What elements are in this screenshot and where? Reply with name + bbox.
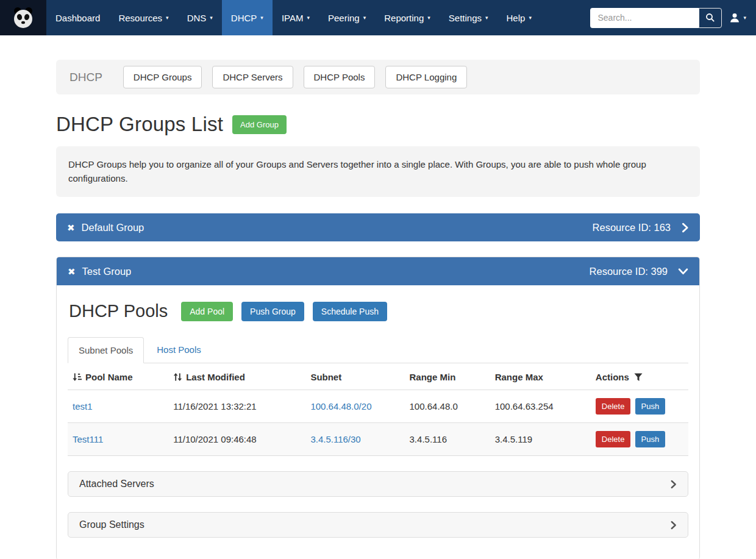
caret-down-icon: ▾ [485, 15, 488, 21]
group-body: DHCP Pools Add Pool Push Group Schedule … [57, 285, 699, 559]
resource-id-label: Resource ID: 163 [593, 222, 671, 233]
filter-icon[interactable] [634, 373, 643, 382]
search-group [590, 8, 722, 28]
app-logo[interactable] [0, 0, 46, 35]
push-button[interactable]: Push [635, 431, 666, 447]
pool-name-link[interactable]: Test111 [73, 434, 103, 444]
chevron-right-icon [670, 480, 677, 489]
col-header-pool-name[interactable]: Pool Name [68, 363, 168, 390]
nav-item-resources[interactable]: Resources▾ [109, 0, 177, 35]
tab-subnet-pools[interactable]: Subnet Pools [68, 337, 144, 363]
group-name: Test Group [82, 266, 132, 277]
nav-label: Resources [118, 13, 162, 23]
group-name: Default Group [82, 222, 144, 233]
dhcp-logging-button[interactable]: DHCP Logging [385, 66, 467, 88]
col-label: Range Min [410, 372, 456, 382]
title-row: DHCP Groups List Add Group [56, 113, 700, 136]
col-label: Pool Name [85, 372, 133, 382]
sort-amount-icon [73, 372, 82, 382]
nav-label: Help [507, 13, 526, 23]
col-label: Actions [596, 372, 629, 382]
attached-servers-bar[interactable]: Attached Servers [68, 471, 688, 497]
group-panel-test: ✖ Test Group Resource ID: 399 DHCP Pools… [56, 257, 700, 559]
dhcp-servers-button[interactable]: DHCP Servers [212, 66, 293, 88]
dhcp-groups-button[interactable]: DHCP Groups [123, 66, 202, 88]
range-min-cell: 3.4.5.116 [405, 423, 490, 456]
group-settings-bar[interactable]: Group Settings [68, 512, 688, 538]
top-navbar: Dashboard Resources▾ DNS▾ DHCP▾ IPAM▾ Pe… [0, 0, 756, 35]
schedule-push-button[interactable]: Schedule Push [313, 302, 387, 321]
nav-item-peering[interactable]: Peering▾ [319, 0, 375, 35]
chevron-right-icon [670, 521, 677, 530]
last-modified-cell: 11/16/2021 13:32:21 [168, 390, 305, 423]
delete-button[interactable]: Delete [596, 398, 631, 415]
push-button[interactable]: Push [635, 398, 666, 415]
range-max-cell: 100.64.63.254 [490, 390, 591, 423]
panda-icon [11, 5, 35, 30]
col-header-subnet: Subnet [305, 363, 404, 390]
subnet-link[interactable]: 100.64.48.0/20 [310, 401, 371, 411]
search-input[interactable] [590, 8, 699, 28]
pools-heading-row: DHCP Pools Add Pool Push Group Schedule … [69, 301, 688, 321]
nav-label: Dashboard [55, 13, 100, 23]
nav-label: Reporting [384, 13, 424, 23]
pool-name-link[interactable]: test1 [73, 401, 93, 411]
page-description: DHCP Groups help you to organize all of … [56, 146, 700, 197]
navbar-right: ▾ [590, 0, 756, 35]
search-icon [705, 13, 715, 23]
col-header-last-modified[interactable]: Last Modified [168, 363, 305, 390]
nav-label: DHCP [231, 13, 257, 23]
chevron-down-icon [678, 268, 688, 276]
nav-label: Peering [328, 13, 360, 23]
delete-button[interactable]: Delete [596, 431, 631, 447]
col-header-range-max: Range Max [490, 363, 591, 390]
group-header-test[interactable]: ✖ Test Group Resource ID: 399 [57, 257, 699, 285]
col-label: Last Modified [186, 372, 245, 382]
search-button[interactable] [699, 8, 722, 28]
nav-item-reporting[interactable]: Reporting▾ [375, 0, 440, 35]
caret-down-icon: ▾ [260, 15, 263, 21]
push-group-button[interactable]: Push Group [241, 302, 304, 321]
col-header-actions: Actions [591, 363, 688, 390]
pools-title: DHCP Pools [69, 301, 168, 321]
pool-tabs: Subnet Pools Host Pools [68, 337, 688, 363]
collapse-label: Attached Servers [79, 479, 154, 490]
nav-item-dns[interactable]: DNS▾ [178, 0, 222, 35]
caret-down-icon: ▾ [427, 15, 430, 21]
caret-down-icon: ▾ [743, 15, 746, 21]
caret-down-icon: ▾ [363, 15, 366, 21]
sort-updown-icon [173, 372, 182, 382]
nav-item-dhcp[interactable]: DHCP▾ [222, 0, 273, 35]
close-icon[interactable]: ✖ [67, 223, 75, 232]
col-label: Range Max [495, 372, 543, 382]
caret-down-icon: ▾ [307, 15, 310, 21]
nav-item-settings[interactable]: Settings▾ [440, 0, 497, 35]
chevron-right-icon [681, 223, 689, 233]
nav-label: DNS [187, 13, 207, 23]
nav-item-help[interactable]: Help▾ [497, 0, 541, 35]
add-pool-button[interactable]: Add Pool [181, 302, 233, 321]
section-title: DHCP [70, 71, 102, 84]
col-label: Subnet [310, 372, 341, 382]
subnet-link[interactable]: 3.4.5.116/30 [310, 434, 360, 444]
collapse-label: Group Settings [79, 519, 144, 530]
last-modified-cell: 11/10/2021 09:46:48 [168, 423, 305, 456]
nav-item-ipam[interactable]: IPAM▾ [273, 0, 319, 35]
col-header-range-min: Range Min [405, 363, 490, 390]
close-icon[interactable]: ✖ [68, 267, 76, 276]
add-group-button[interactable]: Add Group [232, 115, 287, 134]
nav-label: IPAM [282, 13, 304, 23]
nav-item-dashboard[interactable]: Dashboard [46, 0, 109, 35]
caret-down-icon: ▾ [210, 15, 213, 21]
subnet-pools-table: Pool Name Last Modified Subnet Range Min [68, 363, 688, 456]
dhcp-section-toolbar: DHCP DHCP Groups DHCP Servers DHCP Pools… [56, 60, 700, 94]
range-min-cell: 100.64.48.0 [405, 390, 490, 423]
tab-host-pools[interactable]: Host Pools [146, 337, 212, 363]
dhcp-pools-button[interactable]: DHCP Pools [304, 66, 376, 88]
user-menu[interactable]: ▾ [729, 12, 746, 23]
table-row: Test111 11/10/2021 09:46:48 3.4.5.116/30… [68, 423, 688, 456]
table-header-row: Pool Name Last Modified Subnet Range Min [68, 363, 688, 390]
main-nav: Dashboard Resources▾ DNS▾ DHCP▾ IPAM▾ Pe… [46, 0, 541, 35]
group-header-default[interactable]: ✖ Default Group Resource ID: 163 [56, 213, 700, 241]
resource-id-label: Resource ID: 399 [590, 266, 668, 277]
